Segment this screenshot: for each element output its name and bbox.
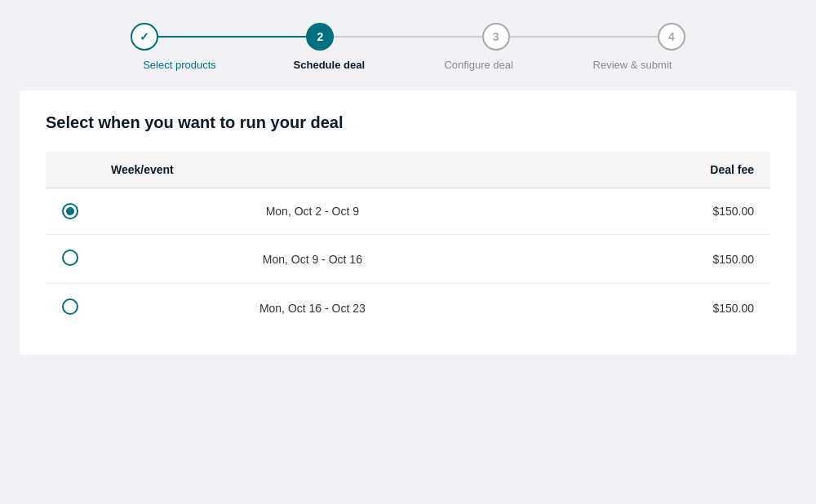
step-circle-4: 4 [658,23,685,51]
step-label-3[interactable]: Configure deal [430,59,528,71]
stepper: ✓ 2 3 4 Select products Schedule deal Co… [0,0,816,91]
deal-fee-cell: $150.00 [530,284,770,333]
table-header-row: Week/event Deal fee [46,152,770,188]
table-row[interactable]: Mon, Oct 2 - Oct 9$150.00 [46,188,770,235]
step-line-2-3 [334,36,481,38]
step-line-1-2 [158,36,306,38]
date-range-cell: Mon, Oct 16 - Oct 23 [95,284,530,333]
checkmark-icon: ✓ [140,30,149,43]
radio-button[interactable] [62,250,78,266]
step-number-4: 4 [668,30,675,43]
radio-col-header [46,152,95,188]
radio-cell[interactable] [46,235,95,284]
deal-fee-cell: $150.00 [530,235,770,284]
radio-cell[interactable] [46,284,95,333]
step-number-3: 3 [493,30,499,43]
step-line-3-4 [510,36,658,38]
radio-cell[interactable] [46,188,95,235]
date-range-cell: Mon, Oct 9 - Oct 16 [95,235,530,284]
stepper-track: ✓ 2 3 4 [131,23,685,51]
main-content: Select when you want to run your deal We… [20,91,796,355]
radio-button[interactable] [62,203,78,219]
step-number-2: 2 [317,30,323,43]
step-label-4[interactable]: Review & submit [579,59,685,71]
deal-table: Week/event Deal fee Mon, Oct 2 - Oct 9$1… [46,152,770,332]
deal-fee-cell: $150.00 [530,188,770,235]
stepper-labels: Select products Schedule deal Configure … [131,59,685,71]
step-circle-3: 3 [482,23,510,51]
step-label-2[interactable]: Schedule deal [280,59,378,71]
col-header-week-event: Week/event [95,152,530,188]
step-circle-1: ✓ [131,23,158,51]
table-row[interactable]: Mon, Oct 16 - Oct 23$150.00 [46,284,770,333]
step-label-1[interactable]: Select products [131,59,228,71]
date-range-cell: Mon, Oct 2 - Oct 9 [95,188,530,235]
table-row[interactable]: Mon, Oct 9 - Oct 16$150.00 [46,235,770,284]
radio-button[interactable] [62,298,78,315]
page-title: Select when you want to run your deal [46,113,770,132]
col-header-deal-fee: Deal fee [530,152,770,188]
step-circle-2: 2 [306,23,334,51]
